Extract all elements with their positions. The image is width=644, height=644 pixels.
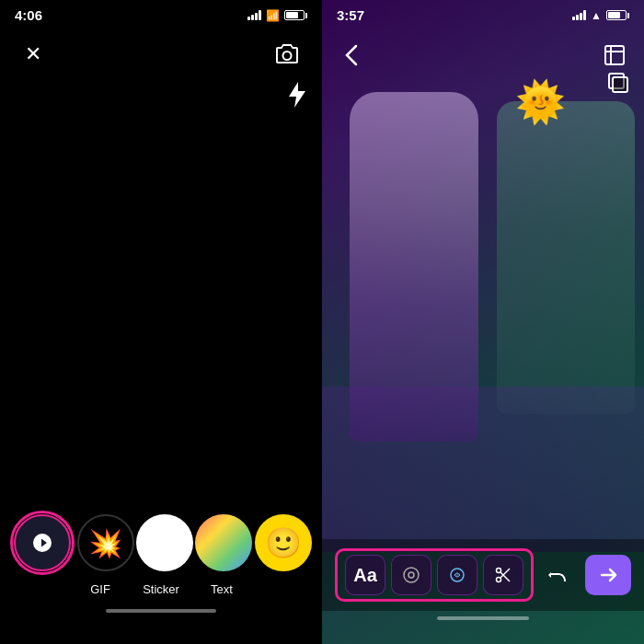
home-indicator-left bbox=[106, 609, 216, 613]
right-status-icons: ▲ bbox=[572, 9, 629, 22]
svg-rect-4 bbox=[613, 77, 627, 92]
gif-button[interactable]: 💥 bbox=[77, 514, 134, 571]
right-tools-row: Aa bbox=[322, 539, 644, 611]
svg-point-9 bbox=[497, 578, 501, 582]
battery-icon bbox=[284, 10, 307, 20]
flash-icon bbox=[289, 82, 305, 113]
svg-rect-0 bbox=[605, 46, 624, 64]
text-tool-button[interactable] bbox=[195, 514, 252, 571]
sticker-label: Sticker bbox=[132, 582, 190, 596]
tools-highlight: Aa bbox=[335, 548, 534, 602]
crop-button[interactable] bbox=[598, 39, 631, 72]
signal-icon bbox=[247, 10, 261, 20]
signal-icon-right bbox=[572, 10, 586, 20]
svg-point-6 bbox=[408, 572, 414, 578]
back-button[interactable] bbox=[335, 39, 368, 72]
next-button[interactable] bbox=[585, 555, 631, 595]
home-indicator-right bbox=[437, 616, 529, 620]
sticker-button[interactable] bbox=[136, 514, 193, 571]
left-camera-preview bbox=[0, 82, 322, 503]
text-label: Text bbox=[193, 582, 250, 596]
camera-roll-highlight bbox=[10, 511, 75, 575]
camera-button[interactable] bbox=[269, 36, 305, 73]
svg-point-5 bbox=[404, 568, 419, 582]
left-top-bar: ✕ bbox=[0, 27, 322, 82]
right-bottom-toolbar: Aa bbox=[322, 539, 644, 644]
camera-roll-button[interactable] bbox=[14, 514, 71, 571]
left-labels-row: GIF Sticker Text bbox=[0, 579, 322, 604]
left-panel: 4:06 📶 ✕ bbox=[0, 0, 322, 644]
right-status-bar: 3:57 ▲ bbox=[322, 0, 644, 27]
close-button[interactable]: ✕ bbox=[17, 38, 50, 71]
left-time: 4:06 bbox=[15, 7, 42, 23]
layers-button[interactable] bbox=[605, 70, 631, 100]
left-status-bar: 4:06 📶 bbox=[0, 0, 322, 27]
text-tool-btn[interactable]: Aa bbox=[345, 555, 385, 595]
gif-label: GIF bbox=[72, 582, 129, 596]
svg-point-8 bbox=[497, 569, 501, 573]
undo-button[interactable] bbox=[539, 555, 580, 595]
right-top-bar bbox=[322, 31, 644, 79]
wifi-icon: 📶 bbox=[266, 9, 280, 22]
emoji-button[interactable]: 🙂 bbox=[255, 514, 312, 571]
scissors-tool-btn[interactable] bbox=[483, 555, 523, 595]
left-bottom-toolbar: 💥 🙂 GIF Sticker Text bbox=[0, 503, 322, 644]
sun-sticker[interactable]: 🌞 bbox=[515, 78, 566, 126]
brush-tool-btn[interactable] bbox=[437, 555, 477, 595]
left-icons-row: 💥 🙂 bbox=[0, 503, 322, 579]
left-status-icons: 📶 bbox=[247, 9, 307, 22]
draw-tool-btn[interactable] bbox=[391, 555, 431, 595]
battery-icon-right bbox=[606, 10, 629, 20]
wifi-icon-right: ▲ bbox=[591, 9, 602, 22]
right-panel: 🌞 3:57 ▲ bbox=[322, 0, 644, 644]
right-time: 3:57 bbox=[337, 7, 364, 23]
